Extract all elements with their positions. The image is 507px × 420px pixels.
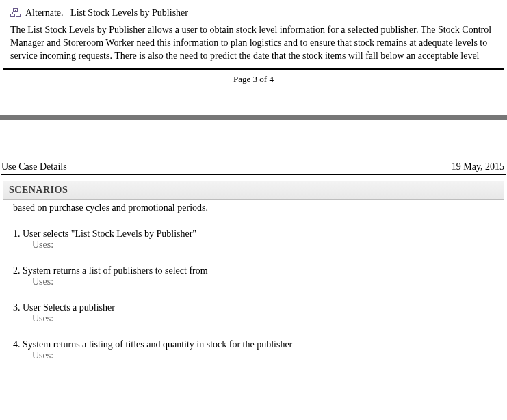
step-text: System returns a listing of titles and q…	[23, 339, 292, 350]
step-2: 2. System returns a list of publishers t…	[13, 265, 494, 287]
step-4: 4. System returns a listing of titles an…	[13, 339, 494, 361]
alternate-label: Alternate. List Stock Levels by Publishe…	[25, 8, 188, 18]
scenarios-body: based on purchase cycles and promotional…	[3, 200, 504, 397]
previous-page-fragment: Alternate. List Stock Levels by Publishe…	[3, 3, 504, 68]
step-line: 3. User Selects a publisher	[13, 302, 494, 313]
step-uses: Uses:	[13, 313, 494, 324]
step-3: 3. User Selects a publisher Uses:	[13, 302, 494, 324]
step-text: User selects "List Stock Levels by Publi…	[23, 228, 196, 239]
step-uses: Uses:	[13, 276, 494, 287]
alternate-prefix: Alternate.	[25, 8, 64, 18]
page-header-row: Use Case Details 19 May, 2015	[0, 161, 507, 174]
step-num: 2.	[13, 265, 21, 276]
page-break-bar	[0, 115, 507, 120]
header-left: Use Case Details	[1, 161, 67, 172]
page-indicator: Page 3 of 4	[0, 70, 507, 99]
step-num: 4.	[13, 339, 21, 350]
continuation-text: based on purchase cycles and promotional…	[13, 202, 494, 213]
step-line: 1. User selects "List Stock Levels by Pu…	[13, 228, 494, 239]
step-num: 1.	[13, 228, 21, 239]
step-uses: Uses:	[13, 350, 494, 361]
step-text: System returns a list of publishers to s…	[23, 265, 208, 276]
alternate-icon	[10, 8, 21, 18]
header-right: 19 May, 2015	[452, 161, 504, 172]
step-line: 2. System returns a list of publishers t…	[13, 265, 494, 276]
alternate-row: Alternate. List Stock Levels by Publishe…	[10, 8, 497, 18]
step-line: 4. System returns a listing of titles an…	[13, 339, 494, 350]
step-text: User Selects a publisher	[23, 302, 115, 313]
scenarios-heading: SCENARIOS	[3, 181, 504, 200]
alternate-description: The List Stock Levels by Publisher allow…	[10, 24, 497, 63]
step-uses: Uses:	[13, 239, 494, 250]
alternate-title: List Stock Levels by Publisher	[70, 8, 188, 18]
header-underline	[1, 174, 506, 175]
step-num: 3.	[13, 302, 21, 313]
step-1: 1. User selects "List Stock Levels by Pu…	[13, 228, 494, 250]
